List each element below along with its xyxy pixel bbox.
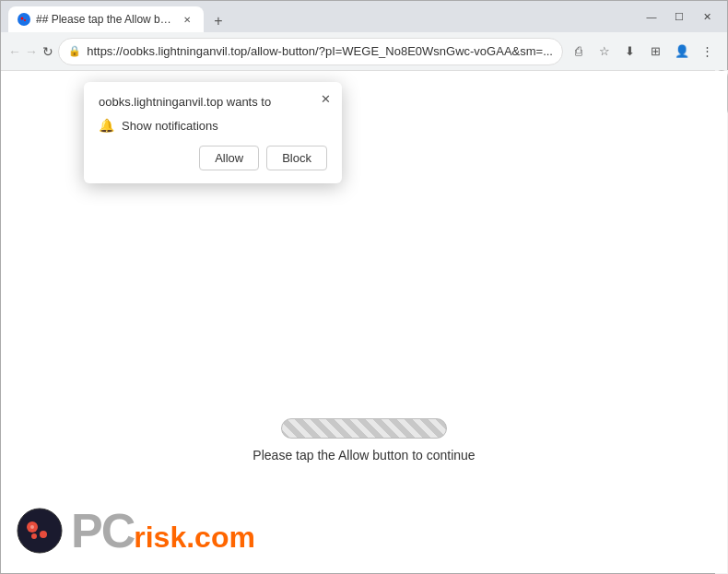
svg-point-3: [18, 509, 62, 553]
notification-popup: ✕ oobks.lightninganvil.top wants to 🔔 Sh…: [84, 82, 342, 183]
active-tab[interactable]: ## Please tap the Allow button ✕: [8, 6, 204, 32]
bookmark-button[interactable]: ☆: [593, 40, 616, 64]
back-button[interactable]: ←: [8, 39, 21, 64]
permission-label: Show notifications: [122, 119, 218, 133]
progress-bar: [281, 418, 447, 439]
browser-window: ## Please tap the Allow button ✕ + — ☐ ✕…: [0, 0, 728, 574]
minimize-button[interactable]: —: [639, 4, 664, 29]
new-tab-button[interactable]: +: [207, 10, 229, 32]
profile-button[interactable]: 👤: [670, 40, 694, 64]
window-controls: — ☐ ✕: [639, 4, 720, 29]
url-text: https://oobks.lightninganvil.top/allow-b…: [87, 44, 553, 58]
svg-point-0: [19, 15, 29, 24]
address-bar: ← → ↻ 🔒 https://oobks.lightninganvil.top…: [1, 32, 727, 71]
share-button[interactable]: ⎙: [567, 40, 591, 64]
allow-button[interactable]: Allow: [199, 146, 259, 170]
close-button[interactable]: ✕: [694, 4, 720, 29]
maximize-button[interactable]: ☐: [666, 4, 692, 29]
pc-text: PC: [71, 503, 134, 558]
svg-point-7: [30, 525, 34, 529]
block-button[interactable]: Block: [266, 146, 327, 170]
svg-point-5: [40, 531, 47, 538]
popup-close-button[interactable]: ✕: [316, 89, 335, 108]
page-message: Please tap the Allow button to continue: [252, 448, 475, 463]
lock-icon: 🔒: [68, 45, 81, 57]
svg-point-1: [21, 18, 24, 20]
title-bar: ## Please tap the Allow button ✕ + — ☐ ✕: [1, 1, 727, 32]
popup-permission: 🔔 Show notifications: [99, 118, 327, 133]
download-button[interactable]: ⬇: [618, 40, 642, 64]
address-input[interactable]: 🔒 https://oobks.lightninganvil.top/allow…: [58, 38, 563, 65]
risk-text: risk.com: [134, 521, 255, 555]
tab-close-button[interactable]: ✕: [180, 12, 194, 27]
tab-title: ## Please tap the Allow button: [36, 13, 174, 26]
tab-area: ## Please tap the Allow button ✕ +: [8, 1, 639, 32]
refresh-button[interactable]: ↻: [41, 39, 54, 64]
address-actions: ⎙ ☆ ⬇ ⊞ 👤 ⋮: [567, 40, 720, 64]
popup-buttons: Allow Block: [99, 146, 327, 170]
bell-icon: 🔔: [99, 118, 114, 133]
svg-point-6: [31, 533, 37, 539]
pcrisk-text: PC risk.com: [71, 503, 255, 558]
tab-favicon: [18, 13, 30, 26]
pcrisk-logo: PC risk.com: [16, 503, 255, 558]
popup-title: oobks.lightninganvil.top wants to: [99, 95, 327, 109]
forward-button[interactable]: →: [25, 39, 38, 64]
pcrisk-icon: [16, 507, 64, 555]
browser-content: ✕ oobks.lightninganvil.top wants to 🔔 Sh…: [1, 71, 727, 573]
svg-point-2: [24, 19, 26, 21]
menu-button[interactable]: ⋮: [696, 40, 720, 64]
extensions-button[interactable]: ⊞: [644, 40, 668, 64]
